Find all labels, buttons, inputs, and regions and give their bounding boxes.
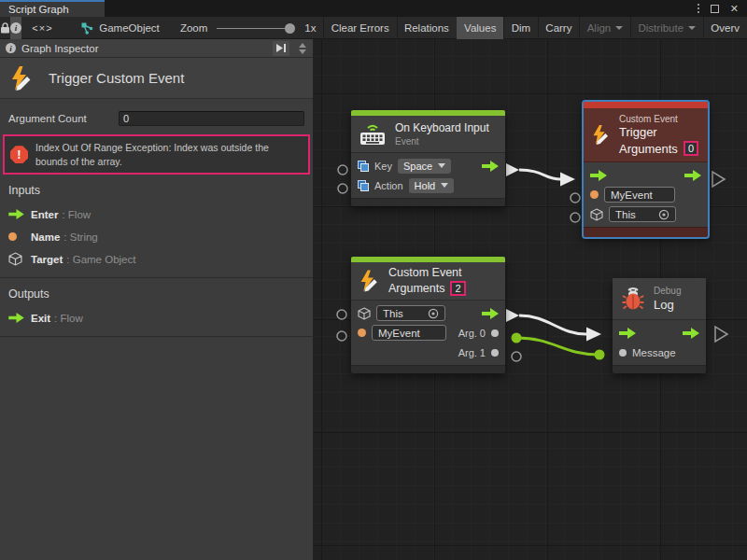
outputs-header: Outputs — [8, 287, 304, 301]
flow-out-arrow-icon[interactable] — [683, 328, 699, 339]
wire-keyboard-trigger — [519, 170, 560, 179]
flow-in-arrow-icon[interactable] — [590, 170, 607, 181]
argument-count-label: Argument Count — [8, 113, 119, 124]
overview-button[interactable]: Overv — [703, 17, 747, 39]
zoom-track — [217, 28, 295, 29]
message-label: Message — [632, 347, 676, 358]
arg0-port-icon[interactable] — [491, 329, 499, 337]
action-dropdown[interactable]: Hold — [409, 178, 455, 193]
carry-button[interactable]: Carry — [538, 17, 579, 39]
arguments-label: Arguments — [388, 282, 444, 295]
port-trigger-name[interactable] — [571, 193, 580, 203]
string-port-icon — [8, 232, 31, 241]
chevron-down-icon — [438, 163, 445, 168]
window-menu-icon[interactable] — [698, 4, 699, 13]
bolt-pencil-icon — [591, 122, 611, 147]
node-footer — [613, 365, 706, 373]
close-icon[interactable]: ✕ — [730, 4, 739, 14]
arg0-label: Arg. 0 — [458, 328, 486, 339]
inputs-section: Inputs Enter : Flow Name : String Target… — [0, 175, 313, 275]
output-item-exit: Exit : Flow — [8, 312, 304, 324]
port-trigger-exit[interactable] — [712, 172, 725, 187]
inspector-unit-title: Trigger Custom Event — [0, 58, 313, 99]
lock-icon — [0, 22, 10, 34]
input-item-name: Name : String — [8, 231, 304, 243]
enum-icon — [358, 161, 369, 172]
align-button[interactable]: Align — [580, 17, 631, 39]
port-keyboard-key[interactable] — [338, 165, 347, 175]
node-custom-event[interactable]: Custom Event Arguments 2 This — [351, 257, 505, 373]
input-item-enter: Enter : Flow — [8, 208, 304, 220]
clear-errors-button[interactable]: Clear Errors — [324, 17, 397, 39]
port-trigger-target[interactable] — [571, 213, 580, 222]
graph-canvas[interactable]: On Keyboard Input Event Key Space — [314, 39, 747, 560]
port-customevent-out[interactable] — [506, 309, 519, 322]
zoom-slider[interactable] — [207, 17, 304, 39]
arguments-count-box[interactable]: 2 — [450, 281, 465, 296]
argument-count-input[interactable]: 0 — [119, 111, 304, 126]
inspector-toggle-button[interactable]: i — [10, 17, 21, 39]
enum-icon — [358, 180, 369, 191]
chevron-down-icon — [441, 183, 448, 188]
dim-button[interactable]: Dim — [504, 17, 538, 39]
dock-icon — [275, 43, 287, 53]
port-arg0-out[interactable] — [512, 333, 522, 343]
port-debug-exit[interactable] — [715, 327, 727, 342]
node-footer — [584, 227, 708, 237]
port-keyboard-out[interactable] — [506, 163, 519, 176]
arg1-label: Arg. 1 — [458, 347, 486, 358]
node-debug-log[interactable]: Debug Log Message — [613, 278, 706, 373]
cube-icon[interactable] — [358, 307, 371, 320]
inspector-header-title: Graph Inspector — [21, 43, 98, 54]
key-dropdown[interactable]: Space — [398, 159, 451, 174]
message-port-icon[interactable] — [619, 349, 627, 357]
dock-button[interactable] — [273, 41, 289, 56]
flow-out-arrow-icon[interactable] — [482, 161, 499, 172]
info-icon: i — [6, 43, 16, 53]
tab-script-graph[interactable]: Script Graph — [0, 0, 105, 17]
flow-out-arrow-icon[interactable] — [482, 308, 499, 319]
string-port-icon[interactable] — [358, 329, 366, 337]
string-port-icon[interactable] — [590, 190, 599, 199]
code-view-button[interactable]: <×> — [24, 17, 60, 39]
arguments-count-box[interactable]: 0 — [684, 141, 698, 156]
distribute-button[interactable]: Distribute — [631, 17, 704, 39]
flow-arrow-icon — [8, 209, 31, 219]
node-title: Log — [654, 298, 681, 312]
arg1-port-icon[interactable] — [491, 349, 499, 357]
target-field[interactable]: This — [609, 206, 676, 222]
flow-in-arrow-icon[interactable] — [619, 328, 636, 339]
target-field[interactable]: This — [376, 305, 445, 321]
bolt-pencil-icon — [359, 269, 380, 293]
port-customevent-name[interactable] — [337, 331, 346, 341]
event-name-field[interactable]: MyEvent — [372, 325, 446, 341]
port-keyboard-action[interactable] — [338, 184, 347, 193]
values-button[interactable]: Values — [457, 17, 503, 39]
lock-button[interactable] — [0, 17, 10, 39]
port-message-in[interactable] — [595, 350, 605, 360]
arguments-label: Arguments — [619, 142, 678, 156]
maximize-icon[interactable] — [711, 5, 719, 13]
graph-toolbar: i <×> GameObject Zoom 1x Clear Errors Re… — [0, 17, 747, 39]
event-name-field[interactable]: MyEvent — [604, 187, 675, 203]
titlebar-spacer — [105, 0, 698, 17]
gameobject-button[interactable]: GameObject — [73, 17, 167, 39]
chevron-down-icon — [688, 26, 696, 30]
cube-icon[interactable] — [590, 208, 603, 221]
zoom-value: 1x — [304, 17, 323, 39]
node-group-label: Custom Event — [619, 114, 698, 124]
flow-out-arrow-icon[interactable] — [684, 170, 701, 181]
port-arg1-out[interactable] — [512, 352, 521, 361]
object-picker-icon[interactable] — [428, 308, 439, 319]
node-trigger-custom-event[interactable]: Custom Event Trigger Arguments 0 — [583, 101, 709, 238]
port-customevent-target[interactable] — [337, 310, 346, 319]
object-picker-icon[interactable] — [658, 209, 669, 220]
wire-arrowhead — [586, 328, 601, 342]
relations-button[interactable]: Relations — [397, 17, 457, 39]
keyboard-icon — [359, 121, 387, 147]
zoom-handle[interactable] — [285, 23, 295, 34]
inspector-spinner[interactable] — [295, 43, 310, 54]
node-on-keyboard-input[interactable]: On Keyboard Input Event Key Space — [351, 110, 505, 206]
input-item-target: Target : Game Object — [8, 253, 304, 265]
gameobject-label: GameObject — [99, 22, 160, 34]
